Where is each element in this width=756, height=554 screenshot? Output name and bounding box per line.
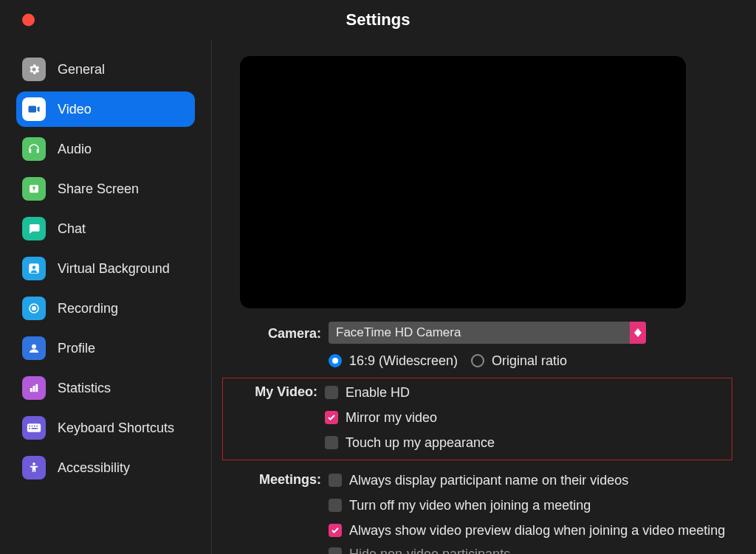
checkbox-label: Hide non-video participants bbox=[349, 547, 510, 555]
svg-rect-12 bbox=[34, 426, 35, 427]
sidebar-item-accessibility[interactable]: Accessibility bbox=[16, 450, 195, 485]
titlebar: Settings bbox=[0, 0, 756, 40]
window-title: Settings bbox=[346, 10, 410, 30]
checkbox-icon bbox=[329, 524, 342, 537]
sidebar-item-label: Recording bbox=[58, 301, 118, 316]
radio-icon bbox=[471, 354, 484, 367]
video-settings-form: Camera: FaceTime HD Camera bbox=[227, 322, 732, 554]
checkbox-label: Always display participant name on their… bbox=[349, 473, 628, 488]
sidebar-item-label: Video bbox=[58, 102, 92, 117]
checkbox-icon bbox=[329, 547, 342, 554]
sidebar-item-statistics[interactable]: Statistics bbox=[16, 370, 195, 406]
aspect-ratio-original-option[interactable]: Original ratio bbox=[471, 348, 567, 373]
video-preview bbox=[240, 56, 686, 308]
svg-point-2 bbox=[32, 266, 36, 269]
bar-chart-icon bbox=[22, 376, 46, 400]
svg-rect-16 bbox=[32, 428, 37, 429]
checkbox-icon bbox=[325, 436, 338, 449]
keyboard-icon bbox=[22, 416, 46, 440]
sidebar-item-label: Statistics bbox=[58, 381, 111, 396]
svg-rect-6 bbox=[30, 388, 32, 392]
mirror-video-checkbox[interactable]: Mirror my video bbox=[325, 405, 732, 430]
checkbox-label: Touch up my appearance bbox=[346, 435, 495, 451]
sidebar-item-keyboard-shortcuts[interactable]: Keyboard Shortcuts bbox=[16, 410, 195, 446]
sidebar-item-label: Keyboard Shortcuts bbox=[58, 420, 174, 436]
share-screen-icon bbox=[22, 177, 46, 201]
close-window-button[interactable] bbox=[22, 14, 35, 27]
sidebar-item-label: Chat bbox=[58, 221, 86, 237]
sidebar-item-general[interactable]: General bbox=[16, 52, 195, 87]
svg-point-5 bbox=[32, 344, 36, 349]
svg-rect-10 bbox=[29, 426, 30, 427]
sidebar-item-label: Audio bbox=[58, 142, 92, 157]
camera-select-value: FaceTime HD Camera bbox=[336, 325, 461, 340]
checkbox-label: Mirror my video bbox=[346, 410, 437, 426]
gear-icon bbox=[22, 58, 46, 81]
person-icon bbox=[22, 336, 46, 360]
camera-label: Camera: bbox=[227, 322, 329, 342]
sidebar-item-label: Virtual Background bbox=[58, 261, 170, 277]
checkbox-icon bbox=[325, 386, 338, 399]
svg-rect-13 bbox=[36, 426, 38, 427]
svg-rect-8 bbox=[35, 384, 38, 392]
settings-window: Settings General Video bbox=[0, 0, 756, 554]
checkbox-label: Enable HD bbox=[346, 385, 410, 401]
sidebar: General Video Audio Share bbox=[0, 40, 212, 554]
svg-rect-14 bbox=[29, 428, 30, 429]
sidebar-item-profile[interactable]: Profile bbox=[16, 330, 195, 366]
sidebar-item-share-screen[interactable]: Share Screen bbox=[16, 171, 195, 207]
person-square-icon bbox=[22, 257, 46, 280]
select-stepper-icon bbox=[630, 322, 646, 344]
camera-row: Camera: FaceTime HD Camera bbox=[227, 322, 732, 373]
svg-point-17 bbox=[32, 463, 35, 465]
window-body: General Video Audio Share bbox=[0, 40, 756, 554]
sidebar-item-label: Profile bbox=[58, 341, 95, 356]
settings-content: Camera: FaceTime HD Camera bbox=[212, 40, 756, 554]
svg-point-4 bbox=[32, 306, 36, 311]
svg-rect-7 bbox=[33, 386, 35, 392]
turn-off-video-joining-checkbox[interactable]: Turn off my video when joining a meeting bbox=[329, 493, 732, 518]
sidebar-item-video[interactable]: Video bbox=[16, 91, 195, 127]
sidebar-item-audio[interactable]: Audio bbox=[16, 131, 195, 167]
touch-up-checkbox[interactable]: Touch up my appearance bbox=[325, 430, 732, 455]
checkbox-icon bbox=[329, 499, 342, 512]
radio-label: 16:9 (Widescreen) bbox=[349, 353, 458, 369]
record-icon bbox=[22, 297, 46, 320]
sidebar-item-virtual-background[interactable]: Virtual Background bbox=[16, 251, 195, 286]
hide-non-video-checkbox[interactable]: Hide non-video participants bbox=[329, 541, 732, 554]
checkbox-icon bbox=[329, 474, 342, 487]
sidebar-item-label: General bbox=[58, 62, 105, 77]
checkbox-label: Turn off my video when joining a meeting bbox=[349, 498, 591, 513]
sidebar-item-recording[interactable]: Recording bbox=[16, 291, 195, 326]
show-video-preview-checkbox[interactable]: Always show video preview dialog when jo… bbox=[329, 518, 732, 543]
enable-hd-checkbox[interactable]: Enable HD bbox=[325, 380, 732, 405]
my-video-label: My Video: bbox=[223, 380, 325, 400]
aspect-ratio-wide-option[interactable]: 16:9 (Widescreen) bbox=[329, 348, 458, 373]
sidebar-item-label: Accessibility bbox=[58, 460, 130, 476]
chat-icon bbox=[22, 217, 46, 240]
radio-label: Original ratio bbox=[492, 353, 567, 369]
sidebar-item-chat[interactable]: Chat bbox=[16, 211, 195, 246]
my-video-highlight: My Video: Enable HD Mirror my video bbox=[222, 378, 732, 460]
meetings-row: Meetings: Always display participant nam… bbox=[227, 468, 732, 554]
video-camera-icon bbox=[22, 97, 46, 121]
sidebar-item-label: Share Screen bbox=[58, 181, 139, 197]
camera-select[interactable]: FaceTime HD Camera bbox=[329, 322, 646, 344]
headphones-icon bbox=[22, 137, 46, 161]
meetings-label: Meetings: bbox=[227, 468, 329, 488]
radio-icon bbox=[329, 354, 342, 367]
checkbox-label: Always show video preview dialog when jo… bbox=[349, 523, 725, 539]
display-participant-name-checkbox[interactable]: Always display participant name on their… bbox=[329, 468, 732, 493]
svg-rect-15 bbox=[36, 428, 38, 429]
svg-rect-11 bbox=[32, 426, 33, 427]
accessibility-icon bbox=[22, 456, 46, 479]
checkbox-icon bbox=[325, 411, 338, 424]
